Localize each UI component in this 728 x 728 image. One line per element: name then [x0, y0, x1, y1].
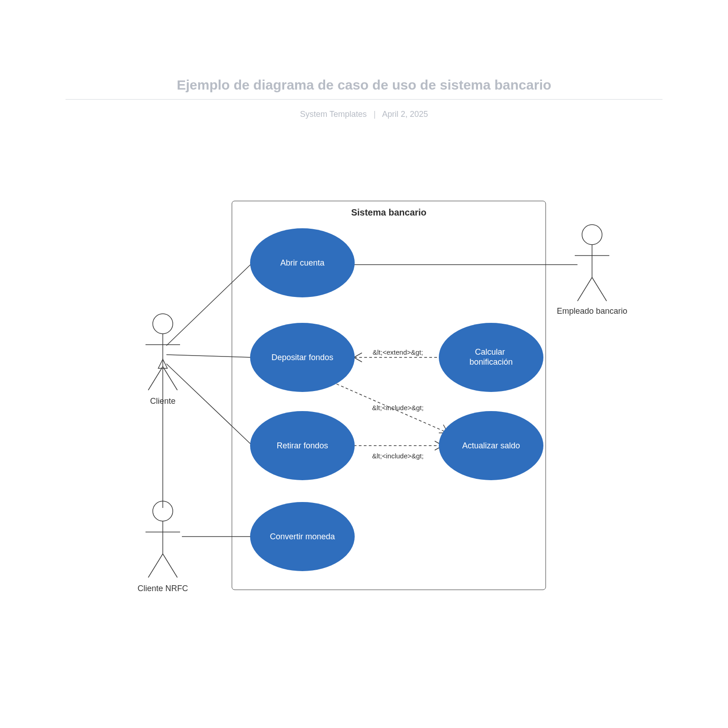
diagram-subtitle: System Templates | April 2, 2025: [0, 110, 728, 119]
actor-leg-left-icon: [577, 277, 592, 301]
subtitle-separator: |: [373, 110, 376, 119]
label-include-2: &lt;<include>&gt;: [372, 452, 423, 460]
system-boundary-label: Sistema bancario: [351, 207, 427, 217]
assoc-cliente-abrir-cuenta: [166, 263, 252, 346]
usecase-retirar-fondos-label: Retirar fondos: [276, 441, 328, 450]
actor-cliente-nrfc: Cliente NRFC: [137, 501, 188, 593]
actor-head-icon: [153, 314, 173, 334]
actor-head-icon: [582, 225, 602, 245]
diagram-header: Ejemplo de diagrama de caso de uso de si…: [0, 0, 728, 119]
actor-leg-right-icon: [163, 554, 177, 577]
label-extend: &lt;<extend>&gt;: [373, 348, 423, 356]
actor-leg-right-icon: [592, 277, 607, 301]
usecase-depositar-fondos-label: Depositar fondos: [271, 353, 333, 362]
usecase-actualizar-saldo-label: Actualizar saldo: [462, 441, 520, 450]
usecase-abrir-cuenta-label: Abrir cuenta: [280, 258, 325, 267]
actor-cliente-label: Cliente: [150, 397, 176, 406]
label-include-1: &lt;<include>&gt;: [372, 404, 423, 412]
use-case-diagram: Depositar fondos (dashed, arrow at dep) …: [0, 119, 728, 665]
actor-cliente-nrfc-label: Cliente NRFC: [137, 584, 188, 593]
actor-empleado-label: Empleado bancario: [557, 306, 627, 316]
diagram-date: April 2, 2025: [382, 110, 428, 119]
actor-leg-right-icon: [163, 367, 177, 390]
actor-leg-left-icon: [148, 554, 163, 577]
diagram-canvas: Depositar fondos (dashed, arrow at dep) …: [0, 119, 728, 665]
assoc-cliente-retirar: [166, 364, 252, 446]
actor-leg-left-icon: [148, 367, 163, 390]
assoc-cliente-depositar: [166, 355, 252, 357]
header-divider: [65, 99, 663, 100]
diagram-title: Ejemplo de diagrama de caso de uso de si…: [0, 77, 728, 93]
actor-empleado: Empleado bancario: [557, 225, 627, 316]
diagram-author: System Templates: [300, 110, 367, 119]
usecase-convertir-moneda-label: Convertir moneda: [270, 532, 335, 541]
